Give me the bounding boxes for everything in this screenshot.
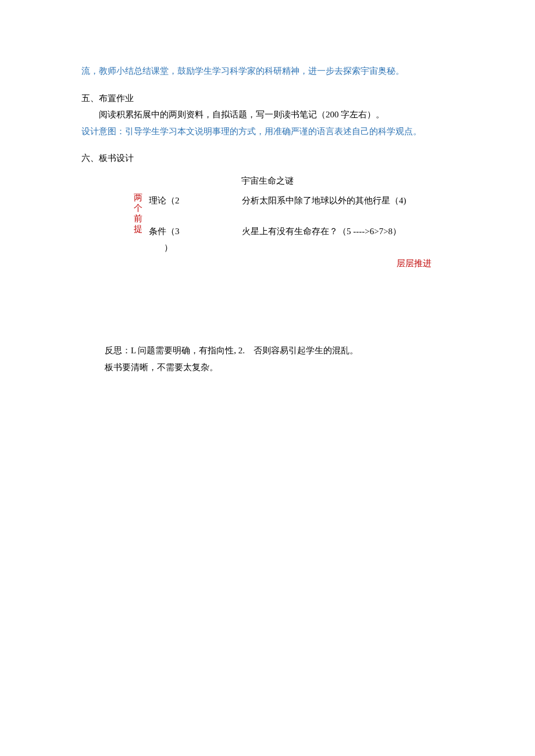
board-diagram: 两个前提 理论（2 分析太阳系中除了地球以外的其他行星（4) 条件（3 火星上有… — [134, 192, 454, 256]
board-title: 宇宙生命之谜 — [81, 173, 454, 189]
board-row2-right: 火星上有没有生命存在？（5 ---->6>7>8） — [242, 223, 401, 240]
layered-label: 层层推进 — [81, 255, 431, 272]
board-heading: 六、板书设计 — [81, 150, 454, 167]
board-row1-right: 分析太阳系中除了地球以外的其他行星（4) — [242, 192, 406, 209]
board-row-2: 条件（3 火星上有没有生命存在？（5 ---->6>7>8） — [149, 223, 406, 240]
homework-intent: 设计意图：引导学生学习本文说明事理的方式，用准确严谨的语言表述自己的科学观点。 — [81, 123, 454, 140]
premise-label: 两个前提 — [134, 192, 144, 256]
reflection-line-2: 板书要清晰，不需要太复杂。 — [105, 359, 454, 376]
reflection-line-1: 反思：L 问题需要明确，有指向性, 2. 否则容易引起学生的混乱。 — [105, 342, 454, 359]
homework-body: 阅读积累拓展中的两则资料，自拟话题，写一则读书笔记（200 字左右）。 — [81, 106, 454, 123]
carryover-text: 流，教师小结总结课堂，鼓励学生学习科学家的科研精神，进一步去探索宇宙奥秘。 — [81, 63, 454, 80]
board-row-1: 理论（2 分析太阳系中除了地球以外的其他行星（4) — [149, 192, 406, 209]
board-row2-left: 条件（3 — [149, 223, 184, 240]
homework-heading: 五、布置作业 — [81, 90, 454, 107]
board-row1-left: 理论（2 — [149, 192, 184, 209]
paren-close: ） — [164, 239, 406, 256]
reflection-block: 反思：L 问题需要明确，有指向性, 2. 否则容易引起学生的混乱。 板书要清晰，… — [105, 342, 454, 375]
